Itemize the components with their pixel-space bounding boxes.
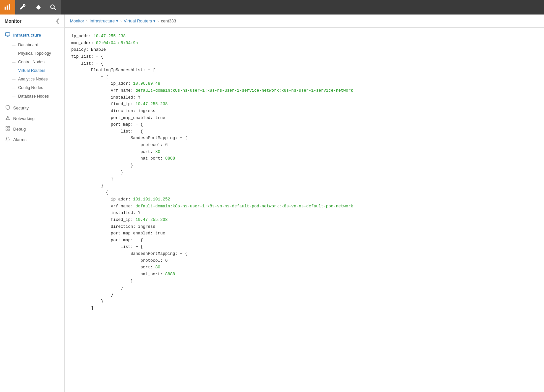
sidebar-collapse-icon[interactable]: ❮ — [55, 18, 60, 24]
svg-rect-1 — [7, 6, 8, 10]
sidebar-sub-infrastructure: Dashboard Physical Topology Control Node… — [0, 41, 64, 101]
svg-line-4 — [54, 8, 56, 10]
sidebar: Monitor ❮ Infrastructure Dashboard Physi… — [0, 15, 65, 392]
sidebar-item-networking[interactable]: Networking — [0, 113, 64, 124]
sidebar-sub-item-virtual-routers[interactable]: Virtual Routers — [0, 66, 64, 75]
breadcrumb-bar: Monitor › Infrastructure ▾ › Virtual Rou… — [65, 15, 544, 28]
sidebar-sub-item-analytics-nodes[interactable]: Analytics Nodes — [0, 75, 64, 83]
monitor-icon — [5, 32, 11, 38]
sidebar-title: Monitor — [5, 18, 21, 24]
svg-rect-5 — [5, 33, 10, 36]
sidebar-sub-item-physical-topology[interactable]: Physical Topology — [0, 49, 64, 58]
code-block: ip_addr: 10.47.255.238 mac_addr: 02:04:0… — [71, 33, 537, 318]
toolbar-search-icon[interactable] — [45, 0, 61, 15]
sidebar-item-debug-label: Debug — [13, 127, 26, 132]
content-area: ip_addr: 10.47.255.238 mac_addr: 02:04:0… — [65, 28, 544, 392]
breadcrumb-monitor[interactable]: Monitor — [70, 18, 84, 23]
svg-point-8 — [7, 116, 8, 117]
sidebar-item-security-label: Security — [13, 106, 29, 110]
sidebar-sub-item-control-nodes[interactable]: Control Nodes — [0, 58, 64, 66]
top-toolbar — [0, 0, 544, 15]
breadcrumb-virtual-routers[interactable]: Virtual Routers ▾ — [124, 18, 155, 23]
breadcrumb-current: cent333 — [161, 18, 176, 23]
sidebar-item-alarms-label: Alarms — [13, 137, 26, 142]
toolbar-wrench-icon[interactable] — [15, 0, 30, 15]
sidebar-item-infrastructure-label: Infrastructure — [13, 33, 41, 38]
toolbar-gear-icon[interactable] — [30, 0, 45, 15]
breadcrumb-infrastructure[interactable]: Infrastructure ▾ — [90, 18, 118, 23]
sidebar-sub-item-database-nodes[interactable]: Database Nodes — [0, 92, 64, 101]
svg-point-3 — [51, 5, 54, 9]
svg-rect-0 — [5, 7, 6, 10]
networking-icon — [5, 115, 11, 121]
sidebar-header: Monitor ❮ — [0, 15, 64, 28]
sidebar-section-infrastructure: Infrastructure Dashboard Physical Topolo… — [0, 28, 64, 103]
shield-icon — [5, 105, 11, 111]
sidebar-item-alarms[interactable]: Alarms — [0, 134, 64, 145]
bell-icon — [5, 136, 11, 142]
sidebar-item-debug[interactable]: Debug — [0, 124, 64, 134]
svg-line-12 — [8, 117, 9, 119]
sidebar-sub-item-config-nodes[interactable]: Config Nodes — [0, 83, 64, 92]
svg-line-11 — [6, 117, 8, 119]
svg-rect-14 — [6, 127, 7, 128]
main-body: Monitor ❮ Infrastructure Dashboard Physi… — [0, 15, 544, 392]
svg-rect-16 — [6, 129, 7, 130]
svg-rect-17 — [8, 129, 9, 130]
debug-icon — [5, 126, 11, 132]
sidebar-item-security[interactable]: Security — [0, 103, 64, 113]
svg-rect-2 — [9, 4, 10, 10]
toolbar-chart-icon[interactable] — [0, 0, 15, 15]
sidebar-sub-item-dashboard[interactable]: Dashboard — [0, 41, 64, 49]
sidebar-item-infrastructure[interactable]: Infrastructure — [0, 30, 64, 41]
svg-rect-15 — [8, 127, 9, 128]
sidebar-item-networking-label: Networking — [13, 116, 35, 121]
